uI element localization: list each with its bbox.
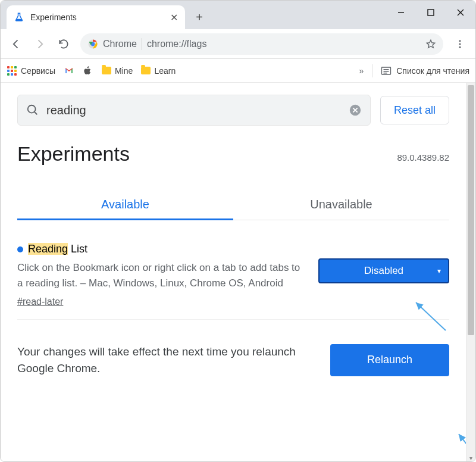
relaunch-message: Your changes will take effect the next t…: [17, 344, 320, 376]
folder-label: Learn: [154, 66, 176, 76]
flag-modified-dot-icon: [17, 246, 23, 252]
omnibox-url: chrome://flags: [147, 39, 421, 49]
annotation-arrow-icon: [455, 429, 466, 459]
flags-search-box[interactable]: [17, 95, 371, 126]
bookmark-folder-learn[interactable]: Learn: [141, 66, 176, 76]
minimize-button[interactable]: [386, 1, 416, 24]
bookmark-star-icon[interactable]: [425, 39, 436, 49]
reading-list-label: Список для чтения: [396, 66, 469, 76]
svg-point-13: [28, 105, 36, 113]
apps-grid-icon: [7, 65, 17, 76]
bookmarks-overflow-icon[interactable]: »: [359, 66, 364, 76]
scrollbar-thumb[interactable]: [468, 85, 474, 335]
new-tab-button[interactable]: +: [190, 8, 209, 27]
maximize-button[interactable]: [416, 1, 446, 24]
browser-toolbar: Chrome chrome://flags: [1, 29, 475, 59]
search-input[interactable]: [46, 104, 342, 117]
folder-icon: [141, 67, 151, 74]
gmail-icon: [64, 65, 74, 76]
svg-point-6: [459, 40, 461, 42]
page-title: Experiments: [17, 142, 130, 166]
reading-list-button[interactable]: Список для чтения: [381, 66, 469, 76]
svg-line-14: [35, 112, 37, 115]
browser-tab[interactable]: Experiments ✕: [7, 5, 185, 29]
omnibox-divider: [142, 38, 142, 50]
clear-search-icon[interactable]: [349, 104, 362, 117]
flag-hash-link[interactable]: #read-later: [17, 296, 306, 307]
chrome-version: 89.0.4389.82: [397, 152, 449, 163]
svg-point-7: [459, 43, 461, 45]
annotation-arrow-icon: [410, 298, 452, 333]
tab-unavailable[interactable]: Unavailable: [233, 189, 449, 220]
window-titlebar: Experiments ✕ +: [1, 1, 475, 29]
content-viewport: Reset all Experiments 89.0.4389.82 Avail…: [1, 83, 475, 462]
reading-list-icon: [381, 66, 392, 76]
svg-line-16: [416, 302, 446, 330]
svg-rect-1: [428, 10, 434, 15]
window-controls: [386, 1, 475, 24]
reset-all-button[interactable]: Reset all: [380, 96, 449, 124]
menu-button[interactable]: [449, 33, 471, 55]
close-window-button[interactable]: [446, 1, 475, 24]
svg-line-17: [459, 434, 466, 456]
address-bar[interactable]: Chrome chrome://flags: [80, 33, 443, 55]
scroll-down-icon[interactable]: ▾: [466, 453, 475, 462]
apple-icon: [83, 65, 93, 76]
forward-button[interactable]: [29, 33, 51, 55]
bookmark-apple[interactable]: [83, 65, 93, 76]
search-icon: [26, 104, 39, 117]
chevron-down-icon: ▾: [437, 267, 441, 275]
bookmarks-bar: Сервисы Mine Learn » Список для чтения: [1, 59, 475, 83]
flag-state-select[interactable]: Disabled ▾: [318, 258, 449, 283]
apps-shortcut[interactable]: Сервисы: [7, 65, 55, 76]
svg-point-8: [459, 46, 461, 48]
flask-icon: [14, 12, 24, 23]
page-content: Reset all Experiments 89.0.4389.82 Avail…: [1, 83, 466, 462]
tabs: Available Unavailable: [17, 189, 449, 220]
folder-label: Mine: [115, 66, 133, 76]
close-tab-icon[interactable]: ✕: [170, 12, 178, 23]
back-button[interactable]: [5, 33, 27, 55]
bookmark-gmail[interactable]: [64, 65, 74, 76]
separator: [372, 64, 372, 77]
scrollbar[interactable]: ▾: [466, 83, 475, 462]
tab-title: Experiments: [30, 13, 164, 22]
relaunch-button[interactable]: Relaunch: [330, 344, 449, 376]
bookmark-folder-mine[interactable]: Mine: [102, 66, 133, 76]
apps-label: Сервисы: [21, 66, 55, 76]
folder-icon: [102, 67, 111, 74]
reload-button[interactable]: [53, 33, 74, 55]
tab-available[interactable]: Available: [17, 189, 233, 220]
flag-description: Click on the Bookmark icon or right clic…: [17, 260, 306, 291]
flag-title: Reading List: [28, 243, 87, 255]
relaunch-bar: Your changes will take effect the next t…: [17, 335, 449, 388]
chrome-icon: [87, 39, 98, 49]
flag-item: Reading List Click on the Bookmark icon …: [17, 220, 449, 320]
omnibox-host: Chrome: [103, 39, 137, 49]
flag-state-value: Disabled: [364, 265, 403, 277]
